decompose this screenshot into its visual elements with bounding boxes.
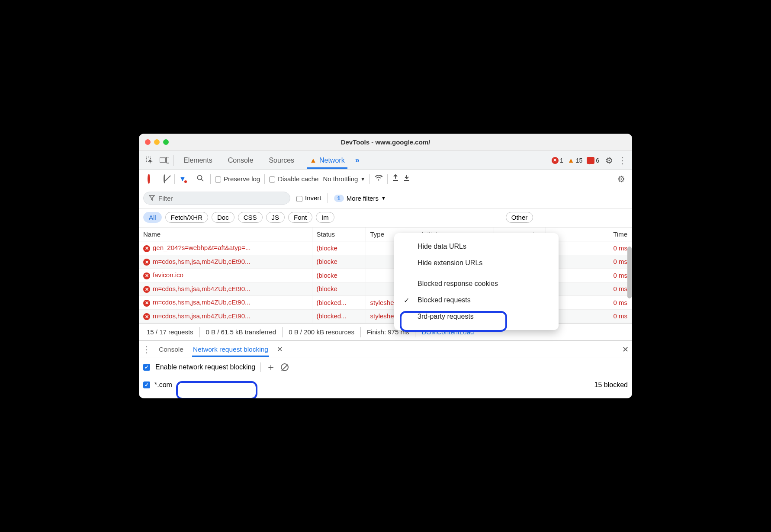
clear-icon xyxy=(164,174,165,183)
col-name[interactable]: Name xyxy=(139,228,312,241)
type-filter-chips: All Fetch/XHR Doc CSS JS Font Im Other xyxy=(139,208,632,228)
filter-bar: Filter Invert 1 More filters ▼ xyxy=(139,188,632,208)
more-filters-label: More filters xyxy=(347,195,379,202)
filter-hide-extension-urls[interactable]: Hide extension URLs xyxy=(394,255,559,271)
throttling-select[interactable]: No throttling ▼ xyxy=(323,175,365,183)
pattern-blocked-count: 15 blocked xyxy=(594,381,628,389)
zoom-icon[interactable] xyxy=(163,139,169,145)
disable-cache-checkbox[interactable]: Disable cache xyxy=(269,175,318,183)
preserve-log-checkbox[interactable]: Preserve log xyxy=(215,175,260,183)
blocking-toolbar: ✓ Enable network request blocking ＋ xyxy=(139,358,632,376)
filter-blocked-cookies[interactable]: Blocked response cookies xyxy=(394,276,559,292)
resources-size: 0 B / 200 kB resources xyxy=(283,327,361,337)
col-status[interactable]: Status xyxy=(312,228,366,241)
pattern-text: *.com xyxy=(154,381,172,389)
blocking-pattern-row[interactable]: ✓ *.com 15 blocked xyxy=(139,376,632,393)
filter-placeholder: Filter xyxy=(158,195,173,202)
filter-toggle[interactable]: ▼ xyxy=(179,175,190,183)
drawer-menu-icon[interactable]: ⋮ xyxy=(142,344,150,355)
caret-down-icon: ▼ xyxy=(360,176,365,182)
remove-all-icon[interactable] xyxy=(281,363,289,371)
network-conditions-icon[interactable] xyxy=(374,174,383,183)
blocked-icon: ✕ xyxy=(143,286,150,293)
more-filters-count: 1 xyxy=(334,195,344,202)
chip-css[interactable]: CSS xyxy=(238,212,263,223)
tab-network[interactable]: ▲ Network xyxy=(307,152,347,169)
drawer-tab-close-icon[interactable]: ✕ xyxy=(277,346,283,353)
chip-js[interactable]: JS xyxy=(266,212,285,223)
issue-badges: ✕ 1 ▲ 15 6 xyxy=(552,157,599,164)
blocked-icon: ✕ xyxy=(143,259,150,266)
message-icon xyxy=(587,157,594,164)
add-pattern-icon[interactable]: ＋ xyxy=(266,361,276,374)
svg-point-3 xyxy=(198,175,202,179)
inspect-icon[interactable] xyxy=(142,153,157,168)
chip-other[interactable]: Other xyxy=(506,212,533,223)
tab-network-label: Network xyxy=(319,157,345,164)
drawer-tab-console[interactable]: Console xyxy=(158,342,184,357)
errors-count: 1 xyxy=(560,157,563,164)
tab-console[interactable]: Console xyxy=(225,152,256,169)
chip-fetch-xhr[interactable]: Fetch/XHR xyxy=(165,212,208,223)
more-filters-toggle[interactable]: 1 More filters ▼ xyxy=(334,195,386,202)
minimize-icon[interactable] xyxy=(154,139,160,145)
filter-blocked-requests[interactable]: Blocked requests xyxy=(394,292,559,308)
window-title: DevTools - www.google.com/ xyxy=(139,138,632,146)
filter-hide-data-urls[interactable]: Hide data URLs xyxy=(394,238,559,255)
caret-down-icon: ▼ xyxy=(381,195,386,201)
blocked-icon: ✕ xyxy=(143,300,150,307)
svg-rect-1 xyxy=(160,158,166,162)
invert-checkbox[interactable]: Invert xyxy=(296,194,321,202)
settings-icon[interactable]: ⚙ xyxy=(605,155,613,166)
throttling-label: No throttling xyxy=(323,175,358,183)
drawer-close-icon[interactable]: ✕ xyxy=(622,345,629,354)
export-har-icon[interactable] xyxy=(392,174,399,184)
tabs-overflow-icon[interactable]: » xyxy=(355,156,360,165)
traffic-lights xyxy=(139,139,169,145)
disable-cache-label: Disable cache xyxy=(278,175,318,183)
messages-badge[interactable]: 6 xyxy=(587,157,599,164)
error-icon: ✕ xyxy=(552,157,559,164)
drawer-tab-blocking[interactable]: Network request blocking xyxy=(192,342,269,357)
warning-icon: ▲ xyxy=(568,157,575,164)
warnings-badge[interactable]: ▲ 15 xyxy=(568,157,582,164)
titlebar: DevTools - www.google.com/ xyxy=(139,134,632,151)
svg-line-4 xyxy=(202,179,204,181)
device-toggle-icon[interactable] xyxy=(157,153,172,168)
tab-elements[interactable]: Elements xyxy=(181,152,215,169)
network-toolbar: ▼ Preserve log Disable cache No throttli… xyxy=(139,170,632,188)
blocked-icon: ✕ xyxy=(143,245,150,252)
chip-doc[interactable]: Doc xyxy=(212,212,235,223)
scrollbar[interactable] xyxy=(627,247,632,298)
record-button[interactable] xyxy=(143,175,154,183)
requests-count: 15 / 17 requests xyxy=(144,327,200,337)
import-har-icon[interactable] xyxy=(403,174,410,184)
blocked-icon: ✕ xyxy=(143,272,150,279)
chip-all[interactable]: All xyxy=(143,212,162,223)
tab-sources[interactable]: Sources xyxy=(266,152,297,169)
search-icon[interactable] xyxy=(195,175,206,183)
filter-input[interactable]: Filter xyxy=(143,192,290,205)
filter-third-party[interactable]: 3rd-party requests xyxy=(394,308,559,325)
drawer-tabs: ⋮ Console Network request blocking ✕ ✕ xyxy=(139,340,632,358)
enable-blocking-label: Enable network request blocking xyxy=(155,363,255,371)
blocked-icon: ✕ xyxy=(143,313,150,320)
main-tabbar: Elements Console Sources ▲ Network » ✕ 1… xyxy=(139,151,632,170)
filter-icon xyxy=(149,195,155,202)
warning-icon: ▲ xyxy=(310,157,317,164)
messages-count: 6 xyxy=(596,157,599,164)
more-menu-icon[interactable]: ⋮ xyxy=(618,155,626,166)
pattern-checkbox[interactable]: ✓ xyxy=(143,381,150,388)
errors-badge[interactable]: ✕ 1 xyxy=(552,157,563,164)
warnings-count: 15 xyxy=(576,157,583,164)
chip-font[interactable]: Font xyxy=(288,212,312,223)
enable-blocking-checkbox[interactable]: ✓ xyxy=(143,364,150,371)
network-settings-icon[interactable]: ⚙ xyxy=(617,174,625,184)
devtools-window: DevTools - www.google.com/ Elements Cons… xyxy=(139,134,632,398)
chip-img[interactable]: Im xyxy=(316,212,334,223)
close-icon[interactable] xyxy=(145,139,151,145)
clear-button[interactable] xyxy=(159,175,170,183)
transferred-size: 0 B / 61.5 kB transferred xyxy=(200,327,283,337)
invert-label: Invert xyxy=(305,194,321,202)
svg-rect-2 xyxy=(167,157,169,163)
